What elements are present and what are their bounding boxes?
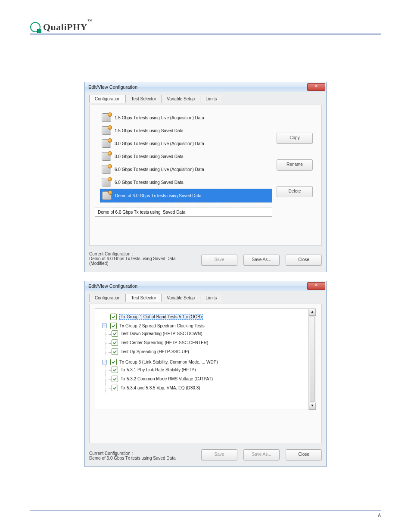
current-config-label: Current Configuration : — [89, 451, 195, 456]
tree-node[interactable]: Test Down Spreading (HFTP-SSC-DOWN) — [112, 330, 304, 337]
delete-button[interactable]: Delete — [277, 186, 313, 197]
checkbox-icon[interactable] — [112, 385, 118, 391]
tree-expander-icon[interactable]: − — [102, 360, 107, 364]
save-button[interactable]: Save — [201, 255, 237, 266]
tree-node-label: Test Down Spreading (HFTP-SSC-DOWN) — [121, 331, 202, 336]
checkbox-icon[interactable] — [110, 323, 117, 329]
tab-limits[interactable]: Limits — [200, 95, 222, 103]
tab-strip: Configuration Test Selector Variable Set… — [89, 294, 322, 302]
tab-configuration[interactable]: Configuration — [89, 294, 126, 302]
tree-node-group2[interactable]: − Tx Group 2 Spread Spectrum Clocking Te… — [102, 323, 304, 329]
scroll-down-icon[interactable]: ▼ — [309, 403, 316, 410]
tree-node-label: Tx 5.3.4 and 5.3.5 Vpp, VMA, EQ (D30.3) — [121, 386, 200, 390]
scroll-up-icon[interactable]: ▲ — [309, 309, 316, 316]
configuration-item[interactable]: 6.0 Gbps Tx tests using Saved Data — [100, 176, 272, 189]
close-icon[interactable]: ✕ — [307, 282, 325, 290]
tree-node-group1[interactable]: Tx Group 1 Out of Band Tests 5.1.x (OOB) — [102, 314, 304, 320]
save-as-button[interactable]: Save As... — [243, 449, 280, 460]
brand-name: QualiPHY™ — [43, 22, 92, 33]
qualiphy-icon — [30, 22, 40, 32]
page-letter: A — [378, 513, 381, 518]
brand-logo: QualiPHY™ — [30, 22, 381, 33]
checkbox-icon[interactable] — [112, 367, 118, 373]
test-tree[interactable]: Tx Group 1 Out of Band Tests 5.1.x (OOB)… — [95, 308, 309, 410]
tree-node-label: Tx 5.3.2 Common Mode RMS Voltage (CJTPAT… — [121, 376, 213, 381]
close-button[interactable]: Close — [286, 449, 322, 460]
configuration-item[interactable]: 6.0 Gbps Tx tests using Live (Acquisitio… — [100, 163, 272, 176]
tab-strip: Configuration Test Selector Variable Set… — [89, 95, 322, 103]
tree-node-label: Tx Group 2 Spread Spectrum Clocking Test… — [119, 324, 205, 328]
checkbox-icon[interactable] — [112, 330, 118, 337]
configuration-label: 3.0 Gbps Tx tests using Saved Data — [115, 154, 184, 159]
copy-button[interactable]: Copy — [277, 133, 313, 144]
config-file-icon — [102, 139, 111, 148]
configuration-item[interactable]: Demo of 6.0 Gbps Tx tests using Saved Da… — [100, 189, 272, 202]
save-button[interactable]: Save — [201, 449, 237, 460]
config-file-icon — [102, 178, 111, 187]
tree-node-label: Test Up Spreading (HFTP-SSC-UP) — [121, 349, 189, 354]
tree-node-label: Tx Group 1 Out of Band Tests 5.1.x (OOB) — [119, 314, 203, 320]
configuration-item[interactable]: 1.5 Gbps Tx tests using Saved Data — [100, 124, 272, 137]
configuration-list[interactable]: 1.5 Gbps Tx tests using Live (Acquisitio… — [100, 111, 272, 202]
current-config-value: Demo of 6.0 Gbps Tx tests using Saved Da… — [89, 456, 195, 460]
tree-expander-icon[interactable]: − — [102, 324, 107, 328]
tree-node[interactable]: Test Up Spreading (HFTP-SSC-UP) — [112, 348, 304, 355]
configuration-label: 1.5 Gbps Tx tests using Saved Data — [115, 128, 184, 133]
config-file-icon — [102, 165, 111, 174]
close-icon[interactable]: ✕ — [307, 83, 325, 91]
tree-node[interactable]: Test Center Spreading (HFTP-SSC-CENTER) — [112, 339, 304, 346]
edit-view-configuration-dialog-1: Edit/View Configuration ✕ Configuration … — [84, 82, 327, 272]
tree-node-group3[interactable]: − Tx Group 3 (Link Stability, Common Mod… — [102, 359, 304, 365]
page-footer: A — [30, 510, 381, 518]
configuration-name-input[interactable] — [95, 208, 272, 217]
tab-test-selector[interactable]: Test Selector — [125, 294, 162, 302]
tab-variable-setup[interactable]: Variable Setup — [161, 294, 200, 302]
save-as-button[interactable]: Save As... — [243, 255, 280, 266]
config-file-icon — [102, 152, 111, 161]
configuration-label: 6.0 Gbps Tx tests using Saved Data — [115, 180, 184, 185]
configuration-item[interactable]: 3.0 Gbps Tx tests using Saved Data — [100, 150, 272, 163]
configuration-item[interactable]: 3.0 Gbps Tx tests using Live (Acquisitio… — [100, 137, 272, 150]
close-button[interactable]: Close — [286, 255, 322, 266]
checkbox-icon[interactable] — [112, 339, 118, 346]
checkbox-icon[interactable] — [110, 314, 117, 320]
config-file-icon — [102, 113, 111, 122]
config-file-icon — [102, 126, 111, 135]
configuration-label: Demo of 6.0 Gbps Tx tests using Saved Da… — [115, 193, 201, 198]
dialog-titlebar: Edit/View Configuration ✕ — [85, 82, 326, 92]
rename-button[interactable]: Rename — [277, 159, 313, 171]
tree-node-label: Test Center Spreading (HFTP-SSC-CENTER) — [121, 340, 208, 345]
config-file-icon — [102, 191, 112, 200]
dialog-title: Edit/View Configuration — [88, 84, 137, 90]
header-divider — [30, 34, 381, 34]
checkbox-icon[interactable] — [110, 359, 117, 365]
scrollbar-thumb[interactable] — [310, 317, 315, 402]
tab-test-selector[interactable]: Test Selector — [125, 95, 162, 103]
tab-variable-setup[interactable]: Variable Setup — [161, 95, 200, 103]
current-config-value: Demo of 6.0 Gbps Tx tests using Saved Da… — [89, 256, 195, 266]
configuration-item[interactable]: 1.5 Gbps Tx tests using Live (Acquisitio… — [100, 111, 272, 124]
tree-node[interactable]: Tx 5.3.2 Common Mode RMS Voltage (CJTPAT… — [112, 376, 304, 382]
tab-limits[interactable]: Limits — [200, 294, 222, 302]
tree-node[interactable]: Tx 5.3.4 and 5.3.5 Vpp, VMA, EQ (D30.3) — [112, 385, 304, 391]
configuration-label: 3.0 Gbps Tx tests using Live (Acquisitio… — [115, 141, 204, 146]
configuration-label: 1.5 Gbps Tx tests using Live (Acquisitio… — [115, 115, 204, 120]
configuration-label: 6.0 Gbps Tx tests using Live (Acquisitio… — [115, 167, 204, 172]
tree-node-label: Tx Group 3 (Link Stability, Common Mode,… — [119, 360, 218, 364]
dialog-title: Edit/View Configuration — [88, 283, 137, 289]
edit-view-configuration-dialog-2: Edit/View Configuration ✕ Configuration … — [84, 281, 327, 467]
current-config-label: Current Configuration : — [89, 252, 195, 256]
tree-node-label: Tx 5.3.1 Phy Link Rate Stability (HFTP) — [121, 367, 196, 372]
tab-configuration[interactable]: Configuration — [89, 95, 126, 103]
checkbox-icon[interactable] — [112, 376, 118, 382]
checkbox-icon[interactable] — [112, 348, 118, 355]
dialog-titlebar: Edit/View Configuration ✕ — [85, 281, 326, 291]
tree-node[interactable]: Tx 5.3.1 Phy Link Rate Stability (HFTP) — [112, 367, 304, 373]
